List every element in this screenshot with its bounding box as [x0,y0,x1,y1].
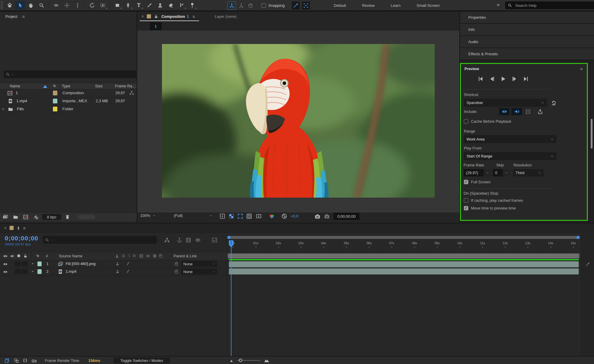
frame-blending-icon[interactable] [185,237,191,243]
label-color-chip[interactable] [53,107,57,111]
skip-dropdown[interactable]: 0 [493,169,510,177]
clone-stamp-tool[interactable] [155,1,165,10]
solo-cell[interactable] [15,269,21,274]
previous-frame-button[interactable] [489,76,495,82]
snap-to-bounds-button[interactable] [302,1,310,10]
shy-toggle-icon[interactable] [115,261,120,266]
last-frame-button[interactable] [523,76,529,82]
layer-label-chip[interactable] [37,269,42,274]
zoom-tool[interactable] [37,1,47,10]
video-column-eye-icon[interactable] [3,254,8,259]
full-screen-row[interactable]: Full Screen [464,180,491,184]
rectangle-tool[interactable] [112,1,122,10]
snap-to-features-button[interactable] [292,1,300,10]
zoom-out-mountain-icon[interactable] [229,358,234,363]
cached-frames-checkbox[interactable] [464,198,468,203]
layer-duration-bar-1[interactable] [229,261,579,267]
project-scrollbar[interactable] [78,215,95,219]
bit-depth-button[interactable]: 8 bpc [42,214,61,220]
move-time-checkbox[interactable] [464,206,468,210]
composition-network-icon[interactable] [129,90,134,96]
layer-viewer-tab[interactable]: Layer (none) [215,14,237,19]
current-timecode[interactable]: 0;00;00;00 [5,235,38,242]
play-from-dropdown[interactable]: Start Of Range [464,152,557,160]
trash-icon[interactable] [65,214,70,220]
column-size[interactable]: Size [95,84,103,88]
solo-column-icon[interactable] [17,254,20,257]
frame-blend-column-icon[interactable] [139,254,144,258]
viewer-tab-label[interactable]: Composition [161,14,185,19]
expand-chevron-icon[interactable]: ▸ [32,269,34,273]
magnification-dropdown[interactable]: 100% [140,213,156,218]
timeline-split-divider[interactable] [227,232,227,356]
solo-cell[interactable] [15,261,21,266]
share-icon[interactable] [537,109,543,115]
toggle-switches-modes-button[interactable]: Toggle Switches / Modes [114,357,170,363]
shortcut-dropdown[interactable]: Spacebar [464,99,547,107]
mask-visibility-icon[interactable] [246,213,252,219]
move-time-row[interactable]: Move time to preview time [464,206,516,210]
column-type[interactable]: Type [62,84,70,88]
snapping-checkbox[interactable] [261,3,266,8]
shy-column-icon[interactable] [115,254,119,258]
playhead-line[interactable] [231,240,231,356]
cache-before-playback-checkbox[interactable] [464,119,468,124]
column-framerate[interactable]: Frame Ra... [115,84,135,88]
composition-mini-flowchart-icon[interactable] [164,237,170,243]
quality-toggle-icon[interactable]: ∕ [128,269,129,274]
timeline-menu-icon[interactable]: ≡ [23,226,26,231]
graph-editor-icon[interactable] [212,237,218,243]
expressions-braces-icon[interactable]: { } [23,358,27,362]
label-column-icon[interactable] [52,84,57,88]
project-row-composition[interactable]: 1 Composition 29,97 [0,89,137,97]
timeline-zoom-slider-knob[interactable] [239,359,242,362]
viewer-menu-icon[interactable]: ≡ [193,14,195,19]
right-panel-scrollbar[interactable] [591,119,593,149]
workspace-tab-review[interactable]: Review [354,3,383,8]
hand-tool[interactable] [26,1,36,10]
type-tool[interactable]: T [134,1,144,10]
pen-tool[interactable] [123,1,133,10]
source-name-column[interactable]: Source Name [59,254,82,258]
quality-column-icon[interactable]: ∖ [128,253,130,258]
parent-link-column[interactable]: Parent & Link [174,254,197,258]
home-button[interactable] [4,1,15,10]
interpret-footage-icon[interactable] [2,214,8,220]
column-name[interactable]: Name [10,84,20,88]
local-axis-mode-button[interactable] [227,1,236,10]
layer-label-chip[interactable] [37,261,42,266]
show-snapshot-icon[interactable] [324,213,330,219]
layer-visibility-eye-icon[interactable] [3,262,8,267]
layer-duration-bar-2[interactable] [229,268,579,275]
world-axis-mode-button[interactable] [237,1,245,10]
workspace-tab-learn[interactable]: Learn [383,3,409,8]
parent-pick-whip-icon[interactable] [174,261,179,266]
proxy-toggle-icon[interactable] [33,214,39,220]
project-search-box[interactable] [4,70,138,78]
audio-column-speaker-icon[interactable] [10,254,15,259]
navigator-start-handle[interactable] [227,236,231,239]
parent-link-dropdown[interactable]: None [181,261,217,267]
lock-cell[interactable] [22,269,28,274]
transparency-grid-icon[interactable] [228,213,234,219]
puppet-pin-tool[interactable] [187,1,197,10]
cached-frames-row[interactable]: If caching, play cached frames [464,198,523,203]
new-composition-icon[interactable] [23,214,29,220]
roto-brush-tool[interactable] [177,1,187,10]
cache-before-playback-row[interactable]: Cache Before Playback [464,119,511,124]
first-frame-button[interactable] [478,76,484,82]
close-icon[interactable]: × [4,226,7,230]
panel-tab-properties[interactable]: Properties [460,12,594,24]
eraser-tool[interactable] [166,1,176,10]
timeline-label-chip[interactable] [10,226,14,230]
pan-camera-tool[interactable] [62,1,72,10]
next-frame-button[interactable] [511,76,518,82]
close-icon[interactable]: × [141,14,144,19]
threed-column-icon[interactable] [158,254,163,258]
dolly-camera-tool[interactable] [73,1,83,10]
viewer-timecode[interactable]: 0;00;00;00 [333,213,360,220]
toolbar-grip[interactable] [1,1,3,10]
lock-open-icon[interactable] [154,14,158,19]
snapshot-camera-icon[interactable] [314,213,321,220]
channel-rgb-icon[interactable] [269,214,275,219]
